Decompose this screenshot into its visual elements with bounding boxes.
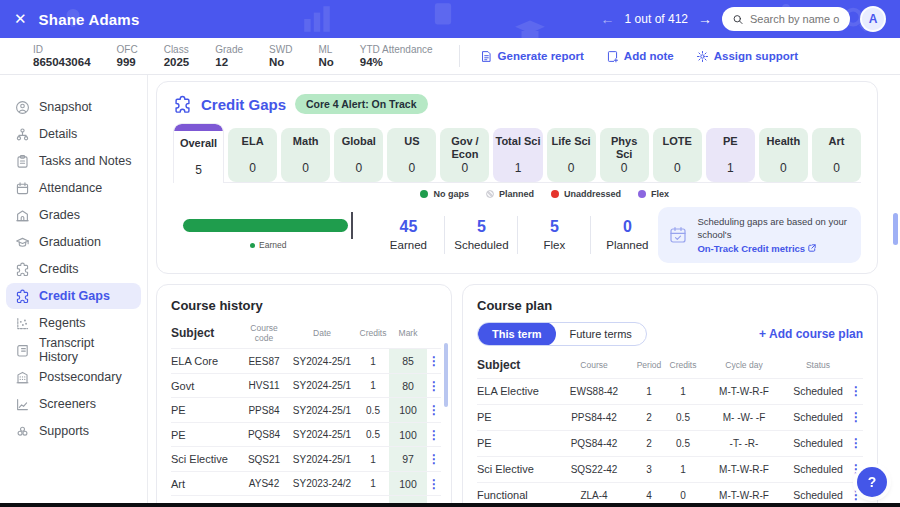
tab-total-sci[interactable]: Total Sci1 [493,128,542,182]
tab-global[interactable]: Global0 [334,128,383,182]
course-cell: PQS84-42 [555,438,633,449]
row-menu-icon[interactable]: ⋮ [427,379,441,393]
help-button[interactable]: ? [857,467,887,497]
row-menu-icon[interactable]: ⋮ [427,403,441,417]
date-cell: SY2024-25/1 [287,356,357,367]
tab-value: 0 [228,161,277,175]
credits-cell: 1 [357,356,389,367]
cycle-day-cell: -T- -R- [701,438,787,449]
row-menu-icon[interactable]: ⋮ [427,452,441,466]
tab-value: 0 [281,161,330,175]
sidebar-item-label: Transcript History [39,336,132,364]
row-menu-icon[interactable]: ⋮ [849,410,863,424]
date-cell: SY2024-25/1 [287,429,357,440]
tab-us[interactable]: US0 [387,128,436,182]
progress-marker [351,212,353,239]
close-icon[interactable]: ✕ [14,10,27,28]
credits-cell: 0.5 [357,405,389,416]
assign-support-button[interactable]: Assign support [696,50,798,63]
decor-checklist-icon [430,0,456,26]
tab-art[interactable]: Art0 [812,128,861,182]
note-text: Scheduling gaps are based on your school… [697,216,846,240]
avatar[interactable]: A [860,6,886,32]
clipboard-icon [15,154,30,169]
earned-progress-bar [183,219,348,232]
page-title: Credit Gaps [201,96,286,113]
tab-phys-sci[interactable]: Phys Sci0 [600,128,649,182]
stat-divider [590,216,591,254]
mark-cell: 97 [389,447,427,471]
tab-lote[interactable]: LOTE0 [653,128,702,182]
sidebar-item-credit-gaps[interactable]: Credit Gaps [6,283,141,309]
cycle-day-cell: M-T-W-R-F [701,464,787,475]
puzzle-icon [15,289,30,304]
sidebar-item-screeners[interactable]: Screeners [6,391,141,417]
on-track-metrics-link[interactable]: On-Track Credit metrics [697,242,816,255]
sidebar-item-attendance[interactable]: Attendance [6,175,141,201]
add-note-button[interactable]: Add note [606,50,674,63]
row-menu-icon[interactable]: ⋮ [427,428,441,442]
tab-ela[interactable]: ELA0 [228,128,277,182]
row-menu-icon[interactable]: ⋮ [427,354,441,368]
tab-gov-econ[interactable]: Gov / Econ0 [440,128,489,182]
column-header-course-code: Course code [241,323,287,343]
student-search[interactable] [722,7,850,31]
page-scrollbar[interactable] [893,213,898,245]
sidebar-item-details[interactable]: Details [6,121,141,147]
course-plan-rows: ELA ElectiveEWS88-4211M-T-W-R-FScheduled… [477,378,863,503]
table-row: PEPPS84-4220.5M- -W- -FScheduled⋮ [477,404,863,430]
toggle-this-term[interactable]: This term [478,322,556,346]
search-icon [732,13,744,26]
tab-life-sci[interactable]: Life Sci0 [547,128,596,182]
tab-pe[interactable]: PE1 [706,128,755,182]
search-input[interactable] [750,13,840,25]
tab-math[interactable]: Math0 [281,128,330,182]
generate-report-button[interactable]: Generate report [480,50,584,63]
row-menu-icon[interactable]: ⋮ [849,384,863,398]
credits-cell: 0.5 [357,429,389,440]
sidebar-item-supports[interactable]: Supports [6,418,141,444]
earned-progress-label: Earned [183,240,353,250]
course-history-title: Course history [171,298,441,313]
tab-label: LOTE [653,135,702,161]
column-header-mark: Mark [389,328,427,338]
column-header-subject: Subject [477,358,555,372]
prev-student-arrow-icon[interactable]: ← [601,11,615,27]
add-course-plan-button[interactable]: + Add course plan [759,327,863,341]
sidebar-item-grades[interactable]: Grades [6,202,141,228]
tab-overall[interactable]: Overall5 [173,123,224,183]
stat-divider [517,216,518,254]
sidebar-item-transcript-history[interactable]: Transcript History [6,337,141,363]
info-field-label: Grade [215,44,243,55]
cycle-day-cell: M-T-W-R-F [701,490,787,501]
legend-label: Planned [499,189,534,199]
course-history-scrollbar[interactable] [444,343,448,407]
course-code-cell: HVS11 [241,380,287,391]
sidebar-item-tasks-and-notes[interactable]: Tasks and Notes [6,148,141,174]
sidebar-item-regents[interactable]: Regents [6,310,141,336]
info-field-label: Class [164,44,190,55]
sidebar-item-postsecondary[interactable]: Postsecondary [6,364,141,390]
external-link-icon [808,244,816,252]
toggle-future-terms[interactable]: Future terms [556,322,646,346]
sidebar-item-credits[interactable]: Credits [6,256,141,282]
row-menu-icon[interactable]: ⋮ [427,477,441,491]
stat-flex: 5Flex [523,218,585,251]
column-header-status: Status [787,360,849,370]
sidebar-item-label: Snapshot [39,100,92,114]
date-cell: SY2024-25/1 [287,380,357,391]
stat-value: 5 [450,218,512,236]
tab-health[interactable]: Health0 [759,128,808,182]
row-menu-icon[interactable]: ⋮ [849,436,863,450]
sidebar-item-snapshot[interactable]: Snapshot [6,94,141,120]
tab-value: 1 [706,161,755,175]
tab-label: Math [281,135,330,161]
sidebar-item-graduation[interactable]: Graduation [6,229,141,255]
mark-cell: 100 [389,398,427,422]
next-student-arrow-icon[interactable]: → [698,11,712,27]
tab-label: Health [759,135,808,161]
credits-cell: 1 [357,478,389,489]
green-dot-icon [420,190,428,198]
period-cell: 1 [633,386,665,397]
sidebar-item-label: Details [39,127,77,141]
